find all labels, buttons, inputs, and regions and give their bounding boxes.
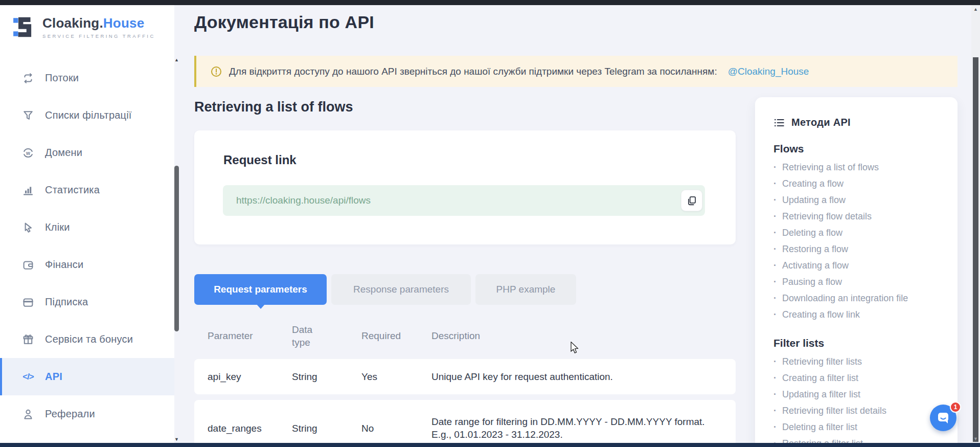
cell-description: Unique API key for request authenticatio… xyxy=(431,370,721,383)
mouse-cursor xyxy=(569,342,580,354)
sidebar-item-label: Домени xyxy=(45,147,82,159)
sidebar-item-finance[interactable]: Фінанси xyxy=(0,246,174,283)
api-code-icon: </> xyxy=(21,370,35,384)
sidebar-item-subscription[interactable]: Підписка xyxy=(0,283,174,321)
sidebar-item-label: API xyxy=(45,371,62,383)
copy-button[interactable] xyxy=(681,190,702,211)
sidebar-item-label: Статистика xyxy=(45,184,100,196)
scroll-up-arrow-icon[interactable] xyxy=(173,57,180,62)
table-header-row: Parameter Data type Required Description xyxy=(194,319,736,353)
sidebar-item-domains[interactable]: w Домени xyxy=(0,134,174,171)
warning-icon xyxy=(211,66,222,77)
services-gift-icon xyxy=(21,333,35,346)
cell-parameter: api_key xyxy=(208,370,292,383)
sidebar-item-api[interactable]: </> API xyxy=(0,358,174,395)
scroll-down-arrow-icon[interactable] xyxy=(971,436,980,441)
scroll-down-arrow-icon[interactable] xyxy=(173,437,180,442)
logo-title: Cloaking.House xyxy=(42,15,155,31)
info-banner: Для відкриття доступу до нашого API звер… xyxy=(194,56,958,87)
sidebar-menu: Потоки Списки фільтрації w Домени Статис… xyxy=(0,59,174,433)
sidebar-item-label: Сервіси та бонуси xyxy=(45,333,133,345)
method-link[interactable]: Creating a flow xyxy=(773,175,958,192)
flows-repeat-icon xyxy=(21,72,35,85)
parameter-tabs: Request parameters Response parameters P… xyxy=(194,274,576,305)
banner-message: Для відкриття доступу до нашого API звер… xyxy=(229,66,717,77)
chat-bubble-icon xyxy=(936,411,950,425)
sidebar-scrollbar[interactable] xyxy=(173,57,180,442)
cell-parameter: date_ranges xyxy=(208,422,292,435)
cell-description: Date range for filtering in DD.MM.YYYY -… xyxy=(431,415,721,441)
sidebar-item-label: Підписка xyxy=(45,296,88,308)
chat-unread-badge: 1 xyxy=(950,401,961,413)
methods-group-flows: Flows xyxy=(773,143,958,155)
cell-required: Yes xyxy=(361,370,431,383)
logo-title-primary: Cloaking. xyxy=(42,15,103,31)
method-link[interactable]: Activating a flow xyxy=(773,257,958,274)
sidebar-item-services-bonuses[interactable]: Сервіси та бонуси xyxy=(0,321,174,358)
method-link[interactable]: Updating a filter list xyxy=(773,386,958,403)
methods-panel-header: Методи API xyxy=(773,117,958,128)
telegram-link[interactable]: @Cloaking_House xyxy=(728,66,809,77)
method-link[interactable]: Creating a filter list xyxy=(773,370,958,386)
methods-group-filter-lists: Filter lists xyxy=(773,337,958,349)
tab-request-parameters[interactable]: Request parameters xyxy=(194,274,327,305)
logo[interactable]: Cloaking.House SERVICE FILTERING TRAFFIC xyxy=(12,15,155,39)
svg-text:w: w xyxy=(26,150,30,155)
logo-icon xyxy=(12,15,36,39)
subscription-card-icon xyxy=(21,296,35,309)
sidebar-item-referrals[interactable]: Реферали xyxy=(0,395,174,433)
method-link[interactable]: Retrieving filter lists xyxy=(773,353,958,370)
method-link[interactable]: Downloading an integration file xyxy=(773,290,958,306)
sidebar-item-filter-lists[interactable]: Списки фільтрації xyxy=(0,97,174,134)
method-link[interactable]: Creating a flow link xyxy=(773,306,958,323)
sidebar-item-clicks[interactable]: Кліки xyxy=(0,209,174,246)
logo-title-accent: House xyxy=(103,15,144,31)
tab-response-parameters[interactable]: Response parameters xyxy=(331,274,471,305)
logo-tagline: SERVICE FILTERING TRAFFIC xyxy=(42,33,155,39)
api-methods-panel: Методи API Flows Retrieving a list of fl… xyxy=(755,97,958,447)
column-header-data-type: Data type xyxy=(292,323,317,349)
method-link[interactable]: Updating a flow xyxy=(773,192,958,208)
sidebar-item-label: Кліки xyxy=(45,221,70,233)
request-link-card: Request link https://cloaking.house/api/… xyxy=(194,130,736,244)
page-scrollbar-thumb[interactable] xyxy=(973,57,978,442)
request-link-title: Request link xyxy=(223,153,297,167)
cell-required: No xyxy=(361,422,431,435)
code-glyph: </> xyxy=(22,372,34,382)
scroll-up-arrow-icon[interactable] xyxy=(971,7,980,12)
request-url-field[interactable]: https://cloaking.house/api/flows xyxy=(223,185,705,216)
method-link[interactable]: Pausing a flow xyxy=(773,274,958,290)
finance-wallet-icon xyxy=(21,258,35,272)
sidebar-item-label: Реферали xyxy=(45,408,95,420)
column-header-description: Description xyxy=(431,330,721,342)
method-link[interactable]: Retrieving a list of flows xyxy=(773,159,958,175)
filter-funnel-icon xyxy=(21,109,35,122)
method-link[interactable]: Deleting a flow xyxy=(773,225,958,241)
sidebar-scrollbar-thumb[interactable] xyxy=(174,166,179,331)
page-scrollbar[interactable] xyxy=(971,5,980,443)
sidebar-item-flows[interactable]: Потоки xyxy=(0,59,174,97)
sidebar-item-label: Потоки xyxy=(45,72,79,84)
table-row: date_ranges String No Date range for fil… xyxy=(194,400,736,447)
page-title: Документація по API xyxy=(194,12,374,32)
column-header-required: Required xyxy=(361,330,431,342)
main-content: Документація по API Для відкриття доступ… xyxy=(180,5,971,443)
referrals-user-icon xyxy=(21,408,35,421)
logo-text: Cloaking.House SERVICE FILTERING TRAFFIC xyxy=(42,15,155,39)
domains-globe-icon: w xyxy=(21,146,35,160)
column-header-parameter: Parameter xyxy=(208,330,292,342)
sidebar-item-label: Списки фільтрації xyxy=(45,109,132,121)
request-url-value: https://cloaking.house/api/flows xyxy=(236,195,371,206)
cell-data-type: String xyxy=(292,370,361,383)
tab-php-example[interactable]: PHP example xyxy=(475,274,576,305)
app-window: Cloaking.House SERVICE FILTERING TRAFFIC… xyxy=(0,0,980,447)
cell-data-type: String xyxy=(292,422,361,435)
clicks-cursor-icon xyxy=(21,221,35,234)
sidebar-item-label: Фінанси xyxy=(45,259,83,271)
method-link[interactable]: Restoring a flow xyxy=(773,241,958,257)
method-link[interactable]: Retrieving flow details xyxy=(773,208,958,225)
statistics-chart-icon xyxy=(21,184,35,197)
window-top-edge xyxy=(0,0,980,5)
section-title: Retrieving a list of flows xyxy=(194,99,353,115)
sidebar-item-statistics[interactable]: Статистика xyxy=(0,171,174,209)
